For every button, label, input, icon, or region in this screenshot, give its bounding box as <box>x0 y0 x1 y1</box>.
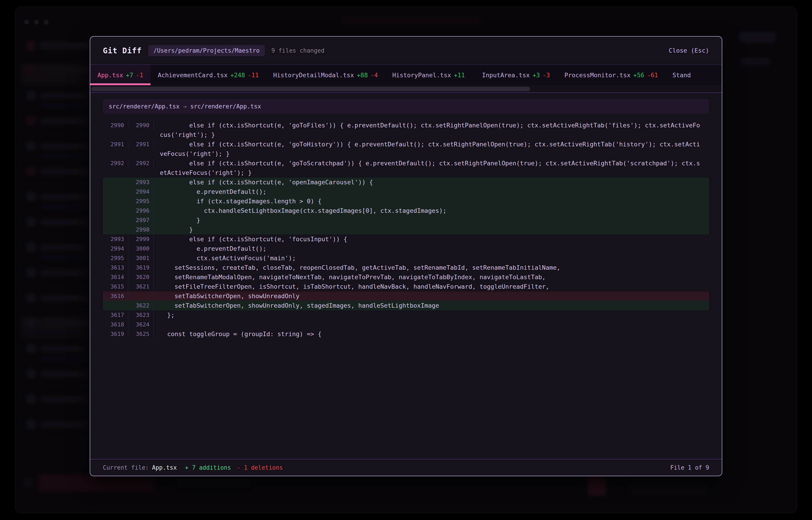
diff-row: 2993 2999 else if (ctx.isShortcut(e, 'fo… <box>103 234 709 244</box>
code-line: } <box>153 225 700 234</box>
footer-deletions: - 1 deletions <box>237 464 283 471</box>
arrow-right-icon: → <box>183 103 187 110</box>
diff-row-removed: 3616 setTabSwitcherOpen, showUnreadOnly <box>103 291 709 301</box>
diff-row: 3618 3624 <box>103 320 709 329</box>
old-line-number: 3616 <box>103 291 128 301</box>
tab-inputarea-tsx[interactable]: InputArea.tsx +3 -3 <box>475 65 557 85</box>
code-line: setTabSwitcherOpen, showUnreadOnly <box>153 291 700 301</box>
tab-label: HistoryDetailModal.tsx <box>273 72 354 79</box>
new-line-number: 3001 <box>128 254 153 263</box>
new-line-number: 3621 <box>128 282 153 291</box>
diff-row-added: 2993 else if (ctx.isShortcut(e, 'openIma… <box>103 178 709 187</box>
old-line-number: 3619 <box>103 329 128 339</box>
code-line: ctx.setActiveFocus('main'); <box>153 254 700 263</box>
tab-scrollbar-thumb[interactable] <box>91 87 530 91</box>
new-line-number: 2999 <box>128 234 153 244</box>
code-line: setFileTreeFilterOpen, isShortcut, isTab… <box>153 282 700 291</box>
code-line: else if (ctx.isShortcut(e, 'goToFiles'))… <box>153 121 700 139</box>
tab-deletions: -3 <box>543 72 550 79</box>
diff-row-added: 2996 ctx.handleSetLightboxImage(ctx.stag… <box>103 206 709 215</box>
tab-app-tsx[interactable]: App.tsx +7 -1 <box>90 65 151 85</box>
tab-achievementcard-tsx[interactable]: AchievementCard.tsx +248 -11 <box>151 65 266 85</box>
code-line: setTabSwitcherOpen, showUnreadOnly, stag… <box>153 301 700 310</box>
code-line: else if (ctx.isShortcut(e, 'openImageCar… <box>153 178 700 187</box>
diff-row: 2991 2991 else if (ctx.isShortcut(e, 'go… <box>103 139 709 159</box>
code-line: const toggleGroup = (groupId: string) =>… <box>153 329 700 339</box>
code-line: else if (ctx.isShortcut(e, 'goToHistory'… <box>153 139 700 159</box>
tab-additions: +88 <box>357 72 368 79</box>
old-line-number: 2992 <box>103 159 128 168</box>
code-line: e.preventDefault(); <box>153 187 700 197</box>
diff-row: 3613 3619 setSessions, createTab, closeT… <box>103 263 709 272</box>
code-line: else if (ctx.isShortcut(e, 'goToScratchp… <box>153 159 700 178</box>
current-file-label: Current file: <box>103 464 149 471</box>
current-file-name: App.tsx <box>152 464 177 471</box>
tab-historydetailmodal-tsx[interactable]: HistoryDetailModal.tsx +88 -4 <box>266 65 385 85</box>
new-line-number: 3619 <box>128 263 153 272</box>
new-line-number: 2990 <box>128 121 153 130</box>
new-line-number: 3000 <box>128 244 153 254</box>
old-line-number: 3617 <box>103 310 128 320</box>
tab-historypanel-tsx[interactable]: HistoryPanel.tsx +11 <box>385 65 475 85</box>
tab-processmonitor-tsx[interactable]: ProcessMonitor.tsx +56 -61 <box>557 65 665 85</box>
new-line-number: 3620 <box>128 272 153 282</box>
new-file-path: src/renderer/App.tsx <box>190 103 261 110</box>
tab-label: ProcessMonitor.tsx <box>564 72 631 79</box>
tab-label: AchievementCard.tsx <box>158 72 228 79</box>
diff-body: src/renderer/App.tsx → src/renderer/App.… <box>90 93 722 339</box>
new-line-number: 2991 <box>128 139 153 149</box>
new-line-number: 2998 <box>128 225 153 234</box>
diff-row: 2994 3000 e.preventDefault(); <box>103 244 709 254</box>
old-line-number: 3614 <box>103 272 128 282</box>
new-line-number: 2997 <box>128 215 153 225</box>
diff-row: 2990 2990 else if (ctx.isShortcut(e, 'go… <box>103 121 709 139</box>
footer-additions: + 7 additions <box>185 464 231 471</box>
tab-scrollbar <box>90 85 722 93</box>
diff-row: 2992 2992 else if (ctx.isShortcut(e, 'go… <box>103 159 709 178</box>
new-line-number: 3622 <box>128 301 153 310</box>
new-line-number: 3624 <box>128 320 153 329</box>
new-line-number: 2994 <box>128 187 153 197</box>
diff-viewer: 2990 2990 else if (ctx.isShortcut(e, 'go… <box>103 121 709 339</box>
tab-stand-truncated[interactable]: Stand <box>665 65 698 85</box>
git-diff-modal: Git Diff /Users/pedram/Projects/Maestro … <box>90 36 722 476</box>
old-line-number: 2995 <box>103 254 128 263</box>
tab-label: App.tsx <box>97 72 123 79</box>
diff-row: 3619 3625 const toggleGroup = (groupId: … <box>103 329 709 339</box>
new-line-number: 2996 <box>128 206 153 215</box>
tab-additions: +11 <box>454 72 465 79</box>
tab-additions: +56 <box>633 72 644 79</box>
code-line: if (ctx.stagedImages.length > 0) { <box>153 197 700 206</box>
new-line-number: 3625 <box>128 329 153 339</box>
diff-row-added: 3622 setTabSwitcherOpen, showUnreadOnly,… <box>103 301 709 310</box>
diff-row-added: 2998 } <box>103 225 709 234</box>
code-line: } <box>153 215 700 225</box>
new-line-number: 3623 <box>128 310 153 320</box>
close-button[interactable]: Close (Esc) <box>669 47 709 54</box>
tab-deletions: -61 <box>647 72 658 79</box>
file-path-header: src/renderer/App.tsx → src/renderer/App.… <box>103 99 709 114</box>
modal-footer: Current file: App.tsx + 7 additions - 1 … <box>90 459 722 476</box>
tab-label: InputArea.tsx <box>482 72 530 79</box>
file-tab-bar: App.tsx +7 -1 AchievementCard.tsx +248 -… <box>90 65 722 85</box>
diff-row-added: 2994 e.preventDefault(); <box>103 187 709 197</box>
old-line-number: 2990 <box>103 121 128 130</box>
old-file-path: src/renderer/App.tsx <box>109 103 179 110</box>
diff-row-added: 2997 } <box>103 215 709 225</box>
diff-row-added: 2995 if (ctx.stagedImages.length > 0) { <box>103 197 709 206</box>
old-line-number: 2993 <box>103 234 128 244</box>
tab-deletions: -4 <box>370 72 378 79</box>
code-line: setSessions, createTab, closeTab, reopen… <box>153 263 700 272</box>
tab-additions: +7 <box>126 72 133 79</box>
tab-deletions: -1 <box>136 72 143 79</box>
old-line-number: 3613 <box>103 263 128 272</box>
project-path-badge: /Users/pedram/Projects/Maestro <box>148 45 265 56</box>
old-line-number: 2994 <box>103 244 128 254</box>
modal-title: Git Diff <box>103 46 142 55</box>
diff-row: 2995 3001 ctx.setActiveFocus('main'); <box>103 254 709 263</box>
tab-additions: +3 <box>533 72 540 79</box>
modal-header: Git Diff /Users/pedram/Projects/Maestro … <box>90 36 722 65</box>
tab-label: HistoryPanel.tsx <box>392 72 451 79</box>
files-changed-count: 9 files changed <box>271 47 324 54</box>
code-line: e.preventDefault(); <box>153 244 700 254</box>
